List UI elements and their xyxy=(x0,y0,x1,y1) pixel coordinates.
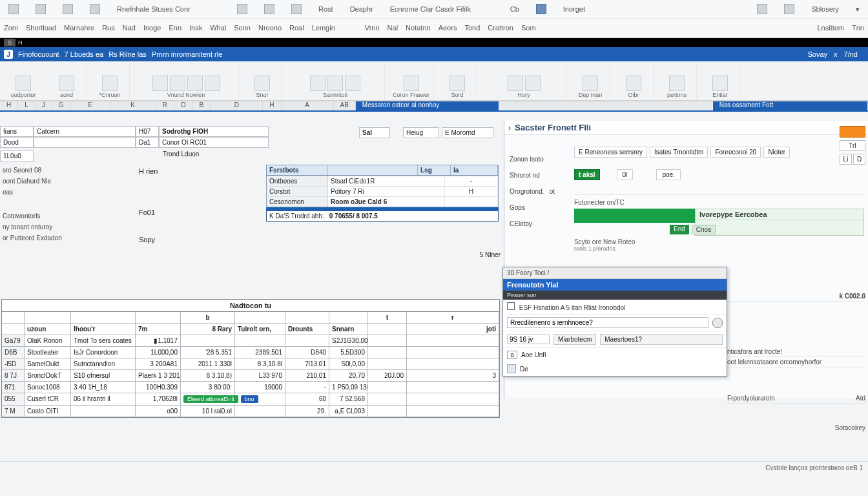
tab[interactable]: Aeors xyxy=(439,24,457,32)
ribbon-group[interactable]: oodporter xyxy=(4,63,43,99)
tab[interactable]: Shortload xyxy=(26,24,56,32)
apply-button[interactable]: t aksl xyxy=(574,169,600,180)
quick-btn[interactable] xyxy=(232,3,252,16)
chevron-down-icon[interactable]: ▾ xyxy=(851,4,864,15)
tab[interactable]: Nroono xyxy=(258,24,282,32)
quick-btn[interactable] xyxy=(287,3,306,16)
value-box[interactable]: poe. xyxy=(656,169,680,180)
ribbon-group[interactable]: Sannritoti xyxy=(286,63,385,99)
tab[interactable]: Som xyxy=(521,24,536,32)
quick-label[interactable]: Deaphr xyxy=(346,4,378,14)
tab[interactable]: Notatnn xyxy=(406,24,431,32)
value-box[interactable]: 0l xyxy=(617,169,634,180)
task-item[interactable]: S xyxy=(4,39,16,46)
quick-btn[interactable] xyxy=(752,3,772,16)
col-header[interactable]: AB xyxy=(334,101,356,110)
dialog-field-a[interactable] xyxy=(507,335,550,344)
orange-badge[interactable] xyxy=(840,126,865,138)
card-tab[interactable]: Cnos xyxy=(692,225,716,234)
col-header[interactable]: H xyxy=(0,101,18,110)
tab[interactable]: Lnsittem xyxy=(817,24,844,32)
tab[interactable]: Rus xyxy=(102,24,115,32)
quick-btn[interactable] xyxy=(260,3,279,16)
quick-label[interactable]: Inorget xyxy=(559,4,590,14)
dialog-field-c[interactable]: Maesrtoes1? xyxy=(600,334,723,345)
tab[interactable]: Tond xyxy=(464,24,480,32)
col-header[interactable]: D xyxy=(211,101,263,110)
col-header[interactable]: E xyxy=(71,101,110,110)
field-value[interactable]: 1L0u0 xyxy=(0,150,34,161)
col-header[interactable]: G xyxy=(52,101,71,110)
tab[interactable]: Tnn xyxy=(852,24,864,32)
quick-label[interactable]: Sblosery xyxy=(807,4,843,14)
table-row[interactable]: Ontbeoes Stsarl CiEdo1R - xyxy=(267,176,498,186)
chevron-right-icon[interactable]: › xyxy=(508,123,511,132)
toggle-icon[interactable] xyxy=(712,318,723,328)
prop-tab[interactable]: E Reneoness serrsrey xyxy=(574,147,647,158)
table-row[interactable]: -l5DSamelOuktSutnctanndion3 200A812011 1… xyxy=(2,358,499,370)
col-header[interactable]: la xyxy=(451,165,498,175)
col-header[interactable]: R xyxy=(156,101,174,110)
table-row[interactable]: 871Sonoc10083.40 1H_18100H0.3093 80:00:1… xyxy=(2,382,499,393)
table-row[interactable]: Ga79OlaK RononTmot To sers coates▮1.1017… xyxy=(2,335,499,347)
col-header[interactable]: O xyxy=(174,101,193,110)
ribbon-group[interactable]: Hory xyxy=(481,63,567,99)
table-row[interactable]: 7 MCosto OITIo0010 l rai0.ol29.a,E Cl,00… xyxy=(2,406,499,417)
col-header[interactable]: B xyxy=(193,101,211,110)
field-value[interactable] xyxy=(34,137,136,148)
tab[interactable]: Inoge xyxy=(143,24,161,32)
quick-label[interactable]: Rost xyxy=(314,4,338,14)
close-icon[interactable]: x xyxy=(834,50,838,58)
ribbon-group[interactable]: Snor xyxy=(243,63,282,99)
tab[interactable]: Vrnn xyxy=(365,24,380,32)
ribbon-group[interactable]: Vnund Nowien xyxy=(134,63,239,99)
col-header-active[interactable]: Messsron ostcor al nonhoy xyxy=(356,101,499,110)
quick-label[interactable]: Ecnrome Clar Casdr Fifilk xyxy=(386,4,498,14)
tab[interactable]: Sonn xyxy=(234,24,251,32)
ribbon-group[interactable]: *Cnruon xyxy=(90,63,130,99)
field-value[interactable]: Sodrothg FlOH xyxy=(159,126,269,137)
tab[interactable]: Zom xyxy=(4,24,18,32)
tab[interactable]: Crattron xyxy=(488,24,513,32)
dropdown[interactable]: Heiug xyxy=(403,127,439,138)
table-row[interactable]: 055Cuserl tCR06 il hrantn il1,70628lElee… xyxy=(2,393,499,406)
prop-tab[interactable]: Isates Tmontidtm xyxy=(650,147,708,158)
field-value[interactable]: Conor OI RC01 xyxy=(159,137,269,148)
tab[interactable]: Enn xyxy=(169,24,181,32)
col-header[interactable]: Fsrstbots xyxy=(267,165,328,175)
ribbon-group[interactable]: Entiar xyxy=(701,63,740,99)
quick-btn[interactable] xyxy=(532,3,551,16)
col-header[interactable]: A xyxy=(282,101,334,110)
col-header[interactable]: Lsg xyxy=(418,165,451,175)
col-header[interactable]: H xyxy=(263,101,281,110)
mini-tab[interactable]: D xyxy=(853,154,865,165)
prop-tab[interactable]: Nioter xyxy=(763,147,790,158)
folder-icon[interactable] xyxy=(507,364,516,373)
tab[interactable]: Insk xyxy=(189,24,202,32)
col-header[interactable]: K xyxy=(110,101,156,110)
quick-label[interactable]: Cb xyxy=(506,4,524,14)
quick-btn[interactable] xyxy=(780,3,799,16)
dialog-check-line[interactable]: ESF Hsnation A 5 itan Rliat Ironobdol xyxy=(503,300,727,315)
dialog-field-b[interactable]: Miarbotecm xyxy=(553,334,596,345)
table-row[interactable]: Cesonomon Room o3ue Cald 6 xyxy=(267,196,498,207)
dropdown[interactable]: E Morornd xyxy=(442,127,493,138)
field-value[interactable]: Catcern xyxy=(34,126,136,137)
ribbon-group[interactable]: aond xyxy=(47,63,87,99)
card-tab[interactable]: End xyxy=(670,225,689,234)
col-header[interactable]: J xyxy=(36,101,52,110)
tab[interactable]: Whal xyxy=(210,24,226,32)
tab[interactable]: Nal xyxy=(388,24,398,32)
quick-btn[interactable] xyxy=(85,3,105,16)
tab[interactable]: Lemgin xyxy=(312,24,335,32)
ribbon-group[interactable]: Oibr xyxy=(614,63,654,99)
mini-tab[interactable]: Li xyxy=(840,154,852,165)
prop-tab[interactable]: Fonreconoi 20 xyxy=(710,147,761,158)
column-header-strip[interactable]: H L J G E K R O B D H A AB Messsron ostc… xyxy=(0,101,868,112)
tab[interactable]: Nad xyxy=(123,24,136,32)
dialog-num[interactable]: a xyxy=(507,351,517,359)
ribbon-group[interactable]: Dep Inan xyxy=(571,63,610,99)
ribbon-group[interactable]: Sord xyxy=(438,63,477,99)
task-item[interactable]: H xyxy=(18,39,23,46)
col-header[interactable]: L xyxy=(18,101,36,110)
